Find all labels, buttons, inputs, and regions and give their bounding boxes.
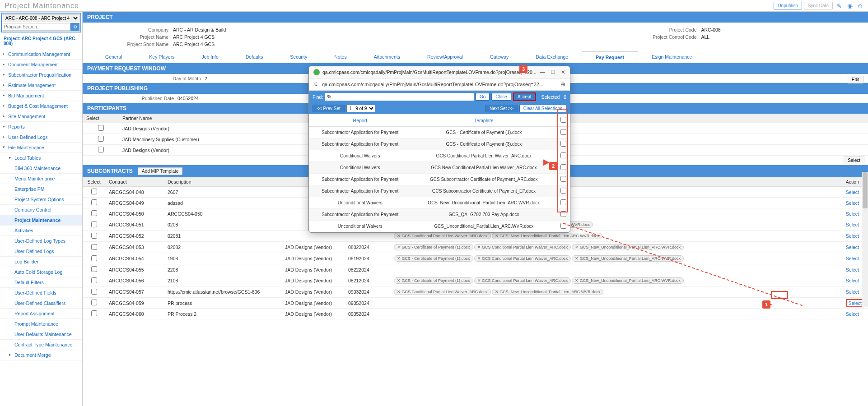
select-link[interactable]: Select <box>846 311 859 317</box>
row-checkbox[interactable] <box>560 141 566 147</box>
nav-item-project-system-options[interactable]: Project System Options <box>0 194 82 205</box>
row-checkbox[interactable] <box>560 152 566 158</box>
select-link[interactable]: Select <box>846 233 859 239</box>
maximize-icon[interactable]: ☐ <box>551 69 555 75</box>
row-checkbox[interactable] <box>560 176 566 182</box>
nav-item-bim-360-maintenance[interactable]: BIM 360 Maintenance <box>0 163 82 174</box>
row-checkbox[interactable] <box>560 223 566 229</box>
select-link[interactable]: Select <box>846 267 859 272</box>
nav-item-budget-cost-management[interactable]: Budget & Cost Management <box>0 101 82 111</box>
row-checkbox[interactable] <box>91 189 97 194</box>
row-checkbox[interactable] <box>91 310 97 316</box>
pill[interactable]: ✕ GCS_New_Unconditiional_Partial.Lien.AR… <box>492 233 602 239</box>
next-set-button[interactable]: Next Set >> <box>485 105 518 112</box>
select-link[interactable]: Select <box>846 256 859 261</box>
search-button[interactable]: ⚙ <box>70 23 79 31</box>
pill[interactable]: ✕ GCS Conditional Partial Lien Waiver_AR… <box>474 277 571 284</box>
tab-esign-maintenance[interactable]: Esign Maintenance <box>638 51 705 63</box>
scrollbar[interactable] <box>862 172 868 307</box>
row-checkbox[interactable] <box>560 129 566 135</box>
tab-general[interactable]: General <box>92 51 135 63</box>
select-link[interactable]: Select <box>846 222 859 227</box>
pill[interactable]: ✕ GCS_New_Unconditiional_Partial.Lien_AR… <box>572 255 684 262</box>
nav-item-default-filters[interactable]: Default Filters <box>0 277 82 288</box>
row-checkbox[interactable] <box>98 125 104 131</box>
nav-item-user-defined-fields[interactable]: User-Defined Fields <box>0 288 82 298</box>
tab-security[interactable]: Security <box>276 51 321 63</box>
project-select[interactable]: ARC - ARC-008 - ARC Project 4 GCS <box>3 14 79 22</box>
go-button[interactable]: Go <box>476 93 490 101</box>
nav-item-subcontractor-prequalification[interactable]: Subcontractor Prequalification <box>0 70 82 80</box>
nav-item-user-defined-logs[interactable]: User-Defined Logs <box>0 246 82 257</box>
select-link[interactable]: Select <box>846 189 859 195</box>
sync-data-button[interactable]: Sync Data <box>804 2 833 9</box>
pill[interactable]: ✕ GCS_New_Unconditiional_Partial.Lien_AR… <box>492 289 604 295</box>
pill[interactable]: ✕ GCS_New_Unconditiional_Partial.Lien_AR… <box>572 244 684 250</box>
nav-item-document-management[interactable]: Document Management <box>0 60 82 70</box>
nav-item-user-defined-log-types[interactable]: User-Defined Log Types <box>0 236 82 246</box>
find-input[interactable] <box>325 93 474 101</box>
pill[interactable]: ✕ GCS - Certificate of Payment (1).docx <box>394 255 473 262</box>
prev-set-button[interactable]: << Prev Set <box>313 105 345 112</box>
nav-item-auto-cold-storage-log[interactable]: Auto Cold Storage Log <box>0 267 82 277</box>
close-button[interactable]: Close <box>491 93 511 101</box>
nav-item-company-control[interactable]: Company Control <box>0 205 82 215</box>
select-link[interactable]: Select <box>846 200 859 206</box>
row-checkbox[interactable] <box>91 277 97 283</box>
nav-item-log-builder[interactable]: Log Builder <box>0 257 82 267</box>
row-checkbox[interactable] <box>91 255 97 261</box>
tab-review-approval[interactable]: Review/Approval <box>414 51 476 63</box>
row-checkbox[interactable] <box>560 211 566 217</box>
row-checkbox[interactable] <box>91 221 97 227</box>
row-checkbox[interactable] <box>91 266 97 272</box>
nav-item-file-maintenance[interactable]: File Maintenance <box>0 143 82 153</box>
nav-item-contract-type-maintenance[interactable]: Contract Type Maintenance <box>0 340 82 350</box>
edit-icon[interactable]: ✎ <box>835 2 844 9</box>
row-checkbox[interactable] <box>91 210 97 216</box>
select-all-checkbox[interactable] <box>560 117 566 123</box>
tab-gateway[interactable]: Gateway <box>476 51 522 63</box>
tune-icon[interactable]: ⚟ <box>313 81 318 88</box>
clear-all-button[interactable]: Clear All Selections <box>519 105 566 112</box>
row-checkbox[interactable] <box>91 244 97 250</box>
nav-item-user-defined-classifiers[interactable]: User-Defined Classifiers <box>0 298 82 309</box>
row-checkbox[interactable] <box>91 199 97 205</box>
select-link[interactable]: Select <box>846 278 859 283</box>
pill[interactable]: ✕ GCS Conditional Partial Lien Waiver_AR… <box>474 255 571 262</box>
pill[interactable]: ✕ GCS Conditional Partial Lien Waiver_AR… <box>394 289 491 295</box>
nav-item-user-defaults-maintenance[interactable]: User Defaults Maintenance <box>0 329 82 340</box>
zoom-icon[interactable]: ⊕ <box>561 81 565 88</box>
pager-select[interactable]: 1 - 9 of 9 <box>346 105 375 112</box>
row-checkbox[interactable] <box>91 300 97 305</box>
tab-data-exchange[interactable]: Data Exchange <box>522 51 582 63</box>
row-checkbox[interactable] <box>560 199 566 205</box>
unpublish-button[interactable]: Unpublish <box>774 2 802 9</box>
logout-icon[interactable]: ⎋ <box>856 2 863 9</box>
row-checkbox[interactable] <box>91 289 97 295</box>
minimize-icon[interactable]: — <box>540 69 545 75</box>
pill[interactable]: ✕ GCS_New_Unconditiional_Partial.Lien_AR… <box>572 277 684 284</box>
nav-item-communication-management[interactable]: Communication Management <box>0 49 82 60</box>
pill[interactable]: ✕ GCS - Certificate of Payment (1).docx <box>394 244 473 250</box>
participants-select-button[interactable]: Select <box>844 157 864 164</box>
user-icon[interactable]: ◉ <box>845 2 854 9</box>
nav-item-user-defined-logs[interactable]: User-Defined Logs <box>0 132 82 143</box>
nav-item-reports[interactable]: Reports <box>0 122 82 132</box>
row-checkbox[interactable] <box>98 147 104 152</box>
close-icon[interactable]: ✕ <box>561 69 565 75</box>
add-mip-button[interactable]: Add MIP Template <box>138 167 182 175</box>
pill[interactable]: ✕ GCS - Certificate of Payment (1).docx <box>394 277 473 284</box>
tab-notes[interactable]: Notes <box>321 51 360 63</box>
nav-item-menu-maintenance[interactable]: Menu Maintenance <box>0 174 82 184</box>
program-search-input[interactable] <box>3 23 70 31</box>
nav-item-project-maintenance[interactable]: Project Maintenance <box>0 215 82 226</box>
nav-item-activities[interactable]: Activities <box>0 226 82 236</box>
row-checkbox[interactable] <box>560 164 566 170</box>
nav-item-estimate-management[interactable]: Estimate Management <box>0 80 82 91</box>
nav-item-bid-management[interactable]: Bid Management <box>0 91 82 101</box>
nav-item-site-management[interactable]: Site Management <box>0 111 82 122</box>
nav-item-document-merge[interactable]: Document Merge <box>0 350 82 360</box>
row-checkbox[interactable] <box>91 233 97 239</box>
nav-item-enterprise-pm[interactable]: Enterprise PM <box>0 184 82 194</box>
pill[interactable]: ✕ GCS Conditional Partial Lien Waiver_AR… <box>394 233 491 239</box>
